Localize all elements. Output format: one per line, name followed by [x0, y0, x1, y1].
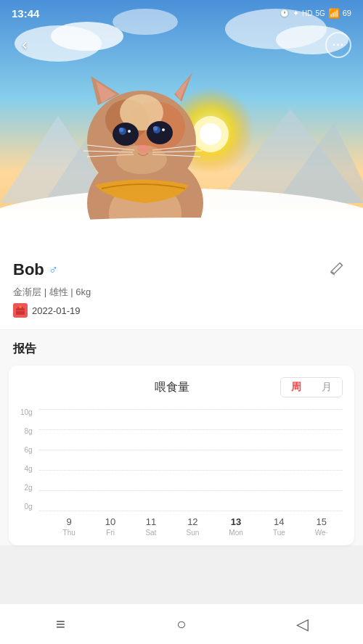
wifi-icon: 📶 [328, 8, 340, 19]
more-icon: ··· [333, 38, 344, 51]
pet-details: 金渐层 | 雄性 | 6kg [13, 286, 350, 299]
x-label-mon: 13 Mon [229, 516, 242, 537]
status-time: 13:44 [12, 7, 39, 20]
svg-point-40 [116, 145, 167, 174]
report-title: 报告 [0, 342, 363, 366]
svg-point-32 [162, 128, 165, 131]
x-dayname-mon: Mon [229, 529, 242, 537]
edit-icon [329, 260, 345, 280]
chart-tabs: 周 月 [280, 377, 343, 397]
pet-info-card: Bob ♂ 金渐层 | 雄性 | 6kg [0, 247, 363, 330]
tab-week[interactable]: 周 [281, 378, 311, 397]
y-axis: 10g 8g 6g 4g 2g 0g [20, 409, 38, 511]
pet-gender-icon: ♂ [49, 263, 59, 278]
svg-point-26 [147, 121, 173, 144]
back-button[interactable]: ‹ [12, 32, 38, 58]
nav-back-icon: ◁ [296, 615, 309, 634]
y-label-10g: 10g [20, 409, 33, 416]
y-label-0g: 0g [25, 503, 33, 511]
birthday-date: 2022-01-19 [32, 305, 81, 316]
pet-birthday: 2022-01-19 [13, 303, 350, 318]
status-bar: 13:44 🕐 ✦ HD 5G 📶 69 [0, 0, 363, 26]
x-label-wed: 15 We· [315, 516, 328, 537]
x-label-thu: 9 Thu [63, 516, 76, 537]
chart-title: 喂食量 [64, 380, 280, 395]
y-label-6g: 6g [25, 447, 33, 454]
svg-point-43 [253, 220, 256, 223]
svg-point-30 [153, 126, 158, 131]
x-day-12: 12 [187, 516, 197, 527]
alarm-icon: 🕐 [280, 9, 290, 18]
hero-image: ‹ ··· [0, 0, 363, 247]
signal-5g-icon: 5G [315, 9, 325, 17]
y-label-8g: 8g [25, 428, 33, 435]
x-day-9: 9 [67, 516, 72, 527]
x-label-sat: 11 Sat [145, 516, 156, 537]
svg-point-25 [113, 123, 139, 146]
svg-rect-48 [16, 310, 25, 311]
x-day-15: 15 [316, 516, 326, 527]
x-dayname-thu: Thu [63, 529, 76, 537]
pet-name-row: Bob ♂ [13, 257, 350, 283]
bluetooth-icon: ✦ [293, 9, 299, 18]
x-dayname-fri: Fri [106, 529, 115, 537]
battery-icon: 69 [343, 9, 351, 17]
y-label-4g: 4g [25, 466, 33, 473]
report-section: 报告 喂食量 周 月 10g 8g 6g 4g 2g 0g [0, 330, 363, 545]
birthday-icon [13, 303, 28, 318]
x-dayname-sun: Sun [186, 529, 199, 537]
nav-home-button[interactable]: ○ [160, 608, 203, 640]
x-label-tue: 14 Tue [273, 516, 285, 537]
x-day-14: 14 [274, 516, 284, 527]
more-button[interactable]: ··· [325, 32, 351, 58]
x-label-sun: 12 Sun [186, 516, 199, 537]
x-label-fri: 10 Fri [105, 516, 115, 537]
svg-point-3 [200, 123, 221, 145]
chart-area: 10g 8g 6g 4g 2g 0g [20, 409, 343, 511]
svg-rect-45 [16, 308, 25, 315]
svg-rect-47 [22, 307, 23, 309]
svg-point-41 [0, 218, 363, 247]
x-day-11: 11 [146, 516, 156, 527]
back-icon: ‹ [22, 36, 27, 54]
chart-header: 喂食量 周 月 [20, 377, 343, 397]
x-day-13: 13 [231, 516, 241, 527]
y-label-2g: 2g [25, 484, 33, 492]
x-axis: 9 Thu 10 Fri 11 Sat 12 Sun 13 Mon 14 Tue [20, 516, 343, 537]
svg-point-42 [71, 223, 74, 226]
nav-menu-button[interactable]: ≡ [38, 608, 82, 640]
svg-point-5 [51, 22, 123, 51]
tab-month[interactable]: 月 [311, 378, 342, 397]
menu-icon: ≡ [56, 615, 65, 634]
svg-point-31 [128, 130, 131, 133]
home-icon: ○ [176, 615, 186, 634]
status-icons: 🕐 ✦ HD 5G 📶 69 [280, 8, 351, 19]
chart-card: 喂食量 周 月 10g 8g 6g 4g 2g 0g [9, 366, 354, 545]
svg-point-44 [303, 226, 307, 231]
svg-point-29 [119, 128, 123, 132]
grid-lines [38, 409, 343, 511]
hd-icon: HD [302, 9, 312, 17]
chart-plot [38, 409, 343, 511]
bottom-nav: ≡ ○ ◁ [0, 603, 363, 644]
x-dayname-wed: We· [315, 529, 328, 537]
edit-button[interactable] [324, 257, 350, 283]
nav-back-button[interactable]: ◁ [281, 608, 325, 640]
svg-rect-46 [17, 307, 19, 309]
pet-name-group: Bob ♂ [13, 260, 58, 279]
pet-name: Bob [13, 260, 44, 279]
x-dayname-tue: Tue [273, 529, 285, 537]
x-day-10: 10 [105, 516, 115, 527]
x-dayname-sat: Sat [145, 529, 156, 537]
